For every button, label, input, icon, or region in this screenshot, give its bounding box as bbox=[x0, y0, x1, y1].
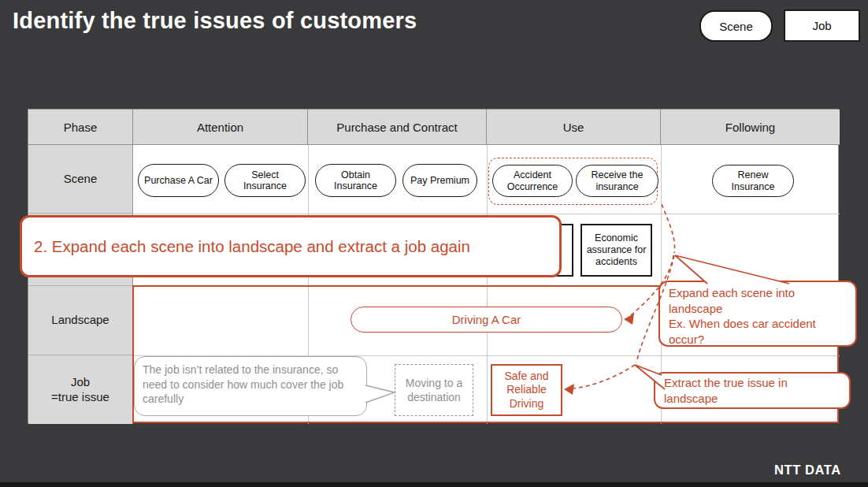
scene-pill-purchase-a-car: Purchase A Car bbox=[138, 164, 219, 197]
scene-pill-receive-the-insurance: Receive the insurance bbox=[576, 165, 658, 197]
callout-expand-scene: Expand each scene into landscape Ex. Whe… bbox=[658, 281, 857, 347]
row-label-scene: Scene bbox=[28, 145, 133, 214]
header-cell-attention: Attention bbox=[133, 110, 308, 145]
page-title: Identify the true issues of customers bbox=[13, 8, 417, 34]
scene-pill-pay-premium: Pay Premium bbox=[402, 164, 477, 197]
landscape-pill-driving-a-car: Driving A Car bbox=[351, 307, 622, 333]
job-note-bubble: The job isn’t related to the insurance, … bbox=[134, 356, 367, 416]
scene-pill-accident-occurrence: Accident Occurrence bbox=[492, 165, 573, 197]
row-label-landscape: Landscape bbox=[28, 286, 133, 355]
legend-job-shape: Job bbox=[784, 9, 860, 42]
bottom-bar bbox=[0, 482, 868, 487]
row-divider bbox=[133, 214, 840, 214]
legend-scene-shape: Scene bbox=[699, 10, 773, 42]
job-box-safe-reliable-driving: Safe and Reliable Driving bbox=[491, 364, 562, 416]
row-label-job: Job =true issue bbox=[28, 355, 133, 424]
scene-pill-renew-insurance: Renew Insurance bbox=[712, 165, 794, 197]
brand-logo: NTT DATA bbox=[774, 463, 841, 478]
scene-pill-select-insurance: Select Insurance bbox=[224, 164, 306, 197]
step-banner: 2. Expand each scene into landscape and … bbox=[20, 215, 562, 277]
job-box-economic-assurance: Economic assurance for accidents bbox=[581, 224, 652, 277]
header-cell-purchase-contract: Purchase and Contract bbox=[308, 110, 487, 145]
job-box-moving-to-destination: Moving to a destination bbox=[395, 364, 473, 416]
header-cell-use: Use bbox=[487, 110, 661, 145]
scene-pill-obtain-insurance: Obtain Insurance bbox=[315, 164, 396, 197]
header-cell-phase: Phase bbox=[28, 110, 133, 145]
callout-extract-issue: Extract the true issue in landscape bbox=[654, 372, 851, 409]
header-cell-following: Following bbox=[661, 110, 840, 145]
slide: Identify the true issues of customers Sc… bbox=[0, 0, 868, 487]
